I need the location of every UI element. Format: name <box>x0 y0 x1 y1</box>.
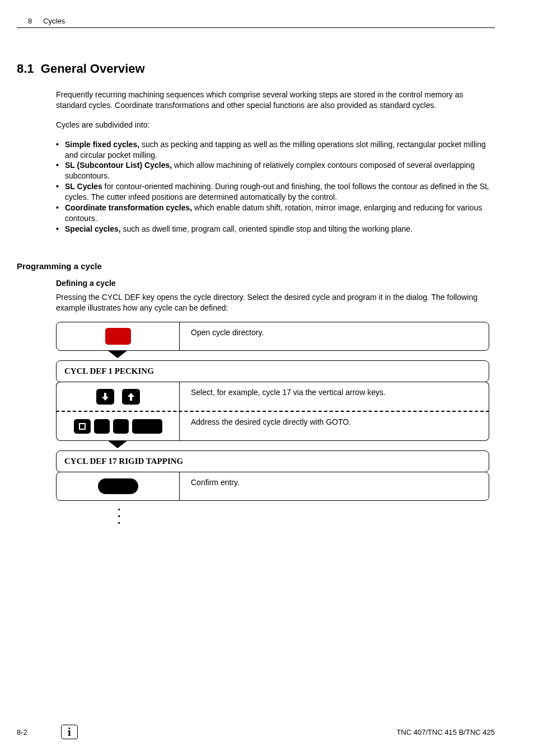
svg-marker-3 <box>107 440 128 448</box>
list-item: Coordinate transformation cycles, which … <box>56 203 489 224</box>
page-number: 8-2 <box>17 728 27 736</box>
step-row: Confirm entry. <box>56 472 489 501</box>
step-key-area <box>57 472 180 500</box>
step-key-area <box>57 412 180 440</box>
list-item: Simple fixed cycles, such as pecking and… <box>56 139 489 161</box>
arrow-down-key-icon <box>96 389 114 405</box>
list-item: SL (Subcontour List) Cycles, which allow… <box>56 160 489 181</box>
step-description: Open cycle directory. <box>180 322 489 350</box>
sub-intro: Cycles are subdivided into: <box>56 120 489 130</box>
flow-arrow-icon <box>56 350 179 358</box>
info-icon: i <box>61 725 78 739</box>
intro-paragraph: Frequently recurring machining sequences… <box>56 90 489 111</box>
number-key-icon <box>94 419 110 434</box>
section-heading: 8.1 General Overview <box>17 62 495 76</box>
section-number: 8.1 <box>17 62 34 76</box>
running-header: 8 Cycles <box>17 17 495 25</box>
step-description: Address the desired cycle directly with … <box>180 412 489 440</box>
list-item: SL Cycles for contour-oriented machining… <box>56 181 489 203</box>
screen-output: CYCL DEF 17 RIGID TAPPING <box>56 450 489 472</box>
continuation-dots: ... <box>118 503 495 523</box>
step-description: Select, for example, cycle 17 via the ve… <box>180 382 489 411</box>
step-key-area <box>57 382 180 411</box>
defining-subheading: Defining a cycle <box>56 279 489 288</box>
chapter-title: Cycles <box>43 17 65 25</box>
chapter-number: 8 <box>28 17 32 25</box>
svg-marker-0 <box>107 350 128 358</box>
doc-reference: TNC 407/TNC 415 B/TNC 425 <box>396 728 495 736</box>
cycle-types-list: Simple fixed cycles, such as pecking and… <box>56 139 489 234</box>
header-rule <box>17 27 495 28</box>
list-item: Special cycles, such as dwell time, prog… <box>56 224 489 234</box>
page-footer: 8-2 i TNC 407/TNC 415 B/TNC 425 <box>17 725 495 739</box>
step-row: Select, for example, cycle 17 via the ve… <box>56 382 489 411</box>
goto-key-icon <box>74 419 91 434</box>
svg-marker-1 <box>102 393 109 401</box>
arrow-up-key-icon <box>122 389 140 405</box>
programming-heading: Programming a cycle <box>17 261 495 271</box>
cycl-def-key-icon <box>105 328 131 345</box>
step-row: Open cycle directory. <box>56 322 489 351</box>
enter-key-icon <box>98 478 138 494</box>
step-description: Confirm entry. <box>180 472 489 500</box>
enter-key-icon <box>132 419 162 434</box>
flow-arrow-icon <box>56 440 179 448</box>
defining-text: Pressing the CYCL DEF key opens the cycl… <box>56 292 489 313</box>
number-key-icon <box>113 419 129 434</box>
section-title: General Overview <box>41 62 145 76</box>
svg-marker-2 <box>128 393 134 401</box>
step-row: Address the desired cycle directly with … <box>56 412 489 441</box>
screen-output: CYCL DEF 1 PECKING <box>56 360 489 382</box>
step-key-area <box>57 322 180 350</box>
